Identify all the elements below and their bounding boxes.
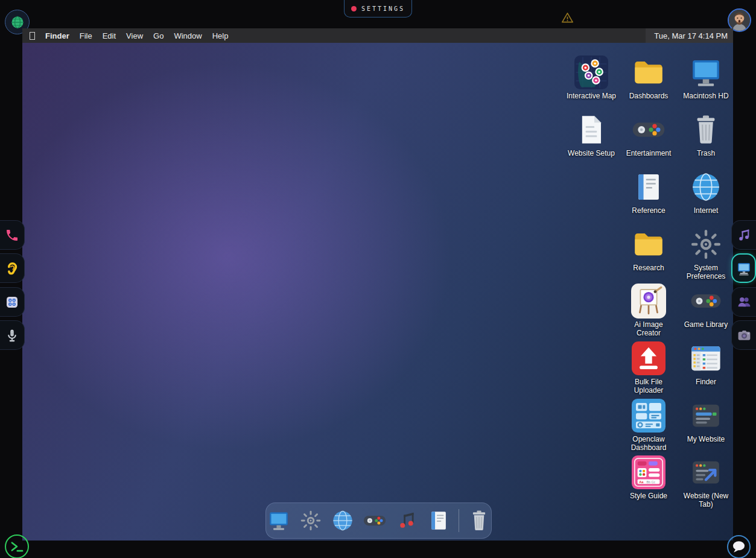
- terminal-button[interactable]: [5, 534, 29, 558]
- edge-tab-computer-active[interactable]: [731, 253, 756, 283]
- menu-item-file[interactable]: File: [80, 31, 92, 40]
- desktop-icon-finder[interactable]: Finder: [677, 341, 735, 386]
- map-with-pins-icon: [574, 55, 608, 89]
- chat-button[interactable]: [727, 535, 751, 558]
- desktop-icon-label: Research: [623, 264, 674, 272]
- desktop-icon-label: Macintosh HD: [681, 92, 731, 100]
- desktop-icon-label: Bulk File Uploader: [623, 378, 674, 395]
- trash-can-icon: [468, 509, 491, 532]
- menu-item-edit[interactable]: Edit: [103, 31, 116, 40]
- menu-item-go[interactable]: Go: [153, 31, 164, 40]
- trash-can-icon: [690, 113, 722, 146]
- edge-tab-apps[interactable]: [0, 287, 25, 317]
- folder-icon: [631, 227, 666, 262]
- desktop-icon-research[interactable]: Research: [620, 227, 678, 272]
- camera-icon: [737, 328, 752, 343]
- menu-bar-clock: Tue, Mar 17 4:14 PM: [646, 28, 733, 43]
- dark-browser-icon: [689, 399, 723, 433]
- desktop-icon-label: Finder: [681, 378, 731, 386]
- dock-divider: [459, 509, 459, 532]
- easel-painting-icon: [631, 284, 666, 319]
- sun-gear-icon: [299, 509, 322, 532]
- record-dot-icon: [351, 6, 357, 11]
- monitor-icon: [267, 509, 290, 532]
- ear-icon: [5, 261, 19, 276]
- menu-item-finder[interactable]: Finder: [45, 31, 69, 40]
- menu-bar: Finder File Edit View Go Window Help Tue…: [22, 28, 733, 43]
- monitor-icon: [689, 55, 723, 89]
- globe-icon: [689, 170, 723, 204]
- desktop-icon-label: Game Library: [681, 320, 731, 329]
- desktop-icon-label: Trash: [681, 149, 731, 157]
- users-icon: [737, 294, 752, 309]
- desktop-icon-internet[interactable]: Internet: [677, 170, 735, 215]
- warning-indicator[interactable]: [561, 11, 574, 25]
- settings-tab-label: SETTINGS: [361, 5, 405, 12]
- desktop-environment: SETTINGS: [0, 0, 756, 558]
- edge-tab-camera[interactable]: [731, 320, 756, 350]
- desktop-icon-label: Reference: [623, 206, 674, 215]
- app-grid-icon: [5, 295, 19, 309]
- sun-gear-icon: [689, 227, 723, 261]
- music-note-icon: [396, 510, 418, 531]
- desktop-icon-label: My Website: [681, 435, 731, 443]
- gamepad-icon: [363, 509, 387, 533]
- menu-item-view[interactable]: View: [126, 31, 143, 40]
- desktop-icon-reference[interactable]: Reference: [620, 170, 678, 215]
- svg-text:Bb Cc: Bb Cc: [647, 480, 656, 484]
- menu-item-window[interactable]: Window: [174, 31, 202, 40]
- desktop-icon-label: Dashboards: [623, 92, 674, 100]
- chat-bubble-icon: [728, 536, 749, 557]
- desktop-icon-label: Website Setup: [566, 149, 617, 157]
- desktop-icon-label: Ai Image Creator: [623, 320, 674, 337]
- warning-triangle-icon: [561, 11, 574, 25]
- phone-icon: [5, 228, 19, 243]
- document-icon: [575, 113, 608, 146]
- desktop-icon-entertainment[interactable]: Entertainment: [620, 113, 678, 157]
- microphone-icon: [5, 328, 19, 343]
- desktop-icon-label: Openclaw Dashboard: [623, 435, 674, 452]
- svg-text:Aa: Aa: [639, 480, 644, 484]
- dock-item-music[interactable]: [395, 509, 419, 533]
- desktop-icon-style-guide[interactable]: Aa Bb Cc Style Guide: [620, 455, 678, 500]
- dock-item-display[interactable]: [267, 509, 291, 533]
- desktop-icon-interactive-map[interactable]: Interactive Map: [562, 55, 620, 100]
- dock-item-trash[interactable]: [467, 509, 491, 533]
- desktop-icon-game-library[interactable]: Game Library: [677, 284, 735, 329]
- desktop-icon-website-new-tab[interactable]: Website (New Tab): [677, 455, 735, 509]
- desktop-icon-label: Website (New Tab): [681, 492, 731, 509]
- apple-menu-icon[interactable]: [30, 32, 35, 40]
- desktop-icon-label: Style Guide: [623, 492, 674, 500]
- dashboard-tiles-icon: [632, 399, 665, 433]
- dock-item-system-preferences[interactable]: [299, 509, 323, 533]
- edge-tab-microphone[interactable]: [0, 320, 25, 350]
- settings-tab[interactable]: SETTINGS: [344, 0, 412, 17]
- dock-item-internet[interactable]: [331, 509, 355, 533]
- desktop-icon-label: System Preferences: [681, 264, 731, 281]
- desktop-icon-label: Internet: [681, 206, 731, 215]
- edge-tab-music[interactable]: [731, 220, 756, 250]
- dock-item-notes[interactable]: [427, 509, 451, 533]
- desktop-icon-dashboards[interactable]: Dashboards: [620, 55, 678, 100]
- folder-icon: [631, 55, 666, 90]
- desktop-icon-bulk-file-uploader[interactable]: Bulk File Uploader: [620, 341, 678, 395]
- edge-tab-listen[interactable]: [0, 253, 25, 283]
- desktop-icon-website-setup[interactable]: Website Setup: [562, 113, 620, 157]
- desktop-icon-label: Interactive Map: [566, 92, 617, 100]
- edge-tab-contacts[interactable]: [731, 287, 756, 317]
- globe-icon: [331, 509, 355, 533]
- book-icon: [427, 509, 450, 532]
- dock-item-games[interactable]: [363, 509, 387, 533]
- upload-arrow-icon: [632, 341, 665, 375]
- desktop-icon-my-website[interactable]: My Website: [677, 399, 735, 443]
- desktop-icon-ai-image-creator[interactable]: Ai Image Creator: [620, 284, 678, 337]
- desktop-icon-openclaw-dashboard[interactable]: Openclaw Dashboard: [620, 399, 678, 452]
- edge-tab-phone[interactable]: [0, 220, 25, 250]
- book-icon: [632, 171, 665, 203]
- desktop-icon-macintosh-hd[interactable]: Macintosh HD: [677, 55, 735, 100]
- desktop-icon-trash[interactable]: Trash: [677, 113, 735, 157]
- menu-item-help[interactable]: Help: [212, 31, 229, 40]
- dock: [265, 503, 492, 539]
- desktop-icon-system-preferences[interactable]: System Preferences: [677, 227, 735, 281]
- file-window-icon: [689, 341, 723, 375]
